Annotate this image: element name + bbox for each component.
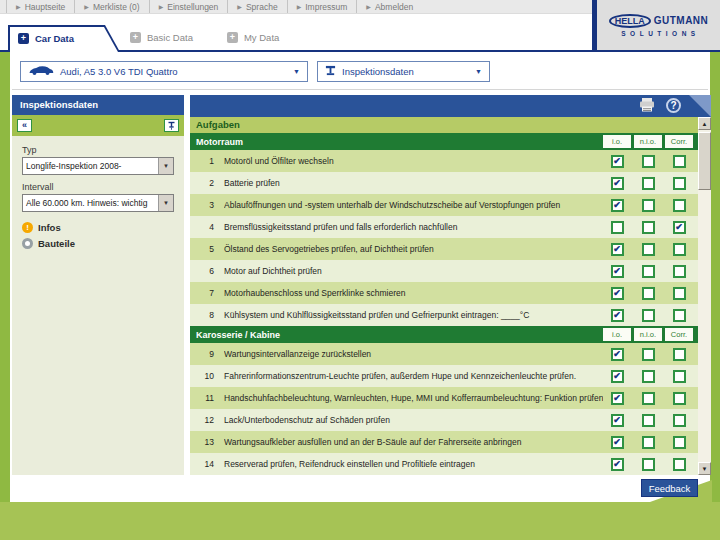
checkbox-i-o[interactable]: ✔ [611, 309, 624, 322]
row-checkboxes: ✔ [603, 392, 693, 405]
checkbox-cell: ✔ [603, 199, 631, 212]
checkbox-i-o[interactable]: ✔ [611, 287, 624, 300]
checkbox-cell [634, 287, 662, 300]
print-button[interactable] [639, 98, 655, 116]
checkbox-i-o[interactable]: ✔ [611, 414, 624, 427]
nav-item-sprache[interactable]: ▶Sprache [227, 0, 286, 13]
checkbox-corr[interactable] [673, 287, 686, 300]
vehicle-select[interactable]: Audi, A5 3.0 V6 TDI Quattro ▼ [20, 61, 308, 82]
row-text: Reserverad prüfen, Reifendruck einstelle… [224, 459, 603, 469]
row-text: Motorhaubenschloss und Sperrklinke schmi… [224, 288, 603, 298]
nav-item-label: Merkliste (0) [93, 2, 140, 12]
car-icon [28, 65, 54, 78]
nav-item-einstellungen[interactable]: ▶Einstellungen [149, 0, 228, 13]
row-checkboxes: ✔ [603, 155, 693, 168]
top-nav: ▶Hauptseite▶Merkliste (0)▶Einstellungen▶… [0, 0, 592, 14]
checkbox-i-o[interactable]: ✔ [611, 177, 624, 190]
nav-item-merkliste-0[interactable]: ▶Merkliste (0) [74, 0, 148, 13]
checkbox-corr[interactable] [673, 265, 686, 278]
intervall-select[interactable]: Alle 60.000 km. Hinweis: wichtig ▼ [22, 194, 174, 212]
checkbox-corr[interactable] [673, 243, 686, 256]
sidebar-body: Typ Longlife-Inspektion 2008- ▼ Interval… [12, 136, 184, 475]
task-table-body: Motorraumi.o.n.i.o.Corr.1Motoröl und Ölf… [190, 133, 698, 475]
checkbox-cell: ✔ [603, 458, 631, 471]
checkbox-i-o[interactable]: ✔ [611, 458, 624, 471]
nav-item-hauptseite[interactable]: ▶Hauptseite [6, 0, 74, 13]
data-type-select[interactable]: Inspektionsdaten ▼ [317, 61, 490, 82]
checkbox-cell: ✔ [665, 221, 693, 234]
inspection-lift-icon [325, 65, 336, 78]
checkbox-i-o[interactable]: ✔ [611, 265, 624, 278]
collapse-panel-button[interactable]: « [17, 119, 32, 132]
table-row: 2Batterie prüfen✔ [190, 172, 698, 194]
scroll-down-button[interactable]: ▼ [698, 462, 711, 475]
row-number: 10 [190, 371, 214, 381]
scrollbar-thumb[interactable] [698, 132, 711, 190]
checkbox-i-o[interactable]: ✔ [611, 199, 624, 212]
scroll-up-button[interactable]: ▲ [698, 117, 711, 130]
checkbox-n-i-o[interactable] [642, 414, 655, 427]
table-title: Aufgaben [190, 117, 698, 133]
table-row: 6Motor auf Dichtheit prüfen✔ [190, 260, 698, 282]
row-number: 12 [190, 415, 214, 425]
checkbox-corr[interactable] [673, 370, 686, 383]
vertical-scrollbar[interactable]: ▲ ▼ [698, 117, 711, 475]
checkbox-i-o[interactable]: ✔ [611, 348, 624, 361]
column-header: n.i.o. [634, 135, 662, 148]
tab-basic-data[interactable]: +Basic Data [120, 25, 217, 50]
sidebar-link-infos[interactable]: !Infos [22, 222, 174, 233]
checkbox-corr[interactable] [673, 177, 686, 190]
nav-item-label: Hauptseite [25, 2, 66, 12]
checkbox-n-i-o[interactable] [642, 436, 655, 449]
checkbox-cell [634, 155, 662, 168]
checkbox-i-o[interactable]: ✔ [611, 436, 624, 449]
checkbox-n-i-o[interactable] [642, 287, 655, 300]
checkbox-n-i-o[interactable] [642, 265, 655, 278]
checkbox-i-o[interactable]: ✔ [611, 370, 624, 383]
checkbox-corr[interactable] [673, 155, 686, 168]
row-number: 2 [190, 178, 214, 188]
checkbox-n-i-o[interactable] [642, 177, 655, 190]
feedback-button[interactable]: Feedback [641, 479, 698, 497]
checkbox-n-i-o[interactable] [642, 458, 655, 471]
pin-panel-button[interactable] [164, 119, 179, 132]
sidebar-link-bauteile[interactable]: Bauteile [22, 238, 174, 249]
nav-item-label: Impressum [305, 2, 347, 12]
nav-item-abmelden[interactable]: ▶Abmelden [356, 0, 422, 13]
help-button[interactable]: ? [666, 98, 681, 113]
checkbox-corr[interactable] [673, 392, 686, 405]
table-row: 10Fahrerinformationszentrum-Leuchte prüf… [190, 365, 698, 387]
checkbox-i-o[interactable] [611, 221, 624, 234]
nav-item-impressum[interactable]: ▶Impressum [287, 0, 357, 13]
checkbox-i-o[interactable]: ✔ [611, 243, 624, 256]
checkbox-corr[interactable] [673, 414, 686, 427]
checkbox-corr[interactable] [673, 348, 686, 361]
checkbox-n-i-o[interactable] [642, 309, 655, 322]
nav-item-label: Abmelden [375, 2, 413, 12]
checkbox-n-i-o[interactable] [642, 370, 655, 383]
checkbox-n-i-o[interactable] [642, 221, 655, 234]
checkbox-cell [634, 348, 662, 361]
section-header: Motorraumi.o.n.i.o.Corr. [190, 133, 698, 150]
checkbox-n-i-o[interactable] [642, 155, 655, 168]
checkbox-corr[interactable] [673, 458, 686, 471]
column-headers: i.o.n.i.o.Corr. [603, 135, 693, 148]
tab-my-data[interactable]: +My Data [217, 25, 303, 50]
checkbox-corr[interactable] [673, 309, 686, 322]
checkbox-corr[interactable] [673, 199, 686, 212]
components-icon [22, 238, 33, 249]
checkbox-i-o[interactable]: ✔ [611, 392, 624, 405]
tab-label: My Data [244, 32, 279, 43]
checkbox-n-i-o[interactable] [642, 392, 655, 405]
checkbox-i-o[interactable]: ✔ [611, 155, 624, 168]
typ-select[interactable]: Longlife-Inspektion 2008- ▼ [22, 157, 174, 175]
checkbox-n-i-o[interactable] [642, 348, 655, 361]
row-text: Motoröl und Ölfilter wechseln [224, 156, 603, 166]
checkbox-n-i-o[interactable] [642, 199, 655, 212]
tab-car-data[interactable]: +Car Data [8, 25, 120, 52]
checkbox-corr[interactable]: ✔ [673, 221, 686, 234]
nav-arrow-icon: ▶ [297, 3, 302, 10]
checkbox-corr[interactable] [673, 436, 686, 449]
checkbox-n-i-o[interactable] [642, 243, 655, 256]
chevron-down-icon: ▼ [293, 68, 300, 75]
